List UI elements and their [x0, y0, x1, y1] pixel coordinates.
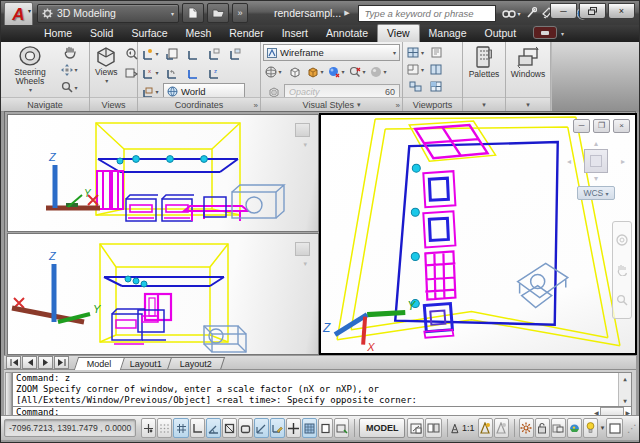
viewports-panel-label[interactable]: Viewports	[403, 97, 462, 111]
workspace-switcher[interactable]: 3D Modeling ▾	[37, 4, 179, 23]
viewport-active-right[interactable]: Y Z X ─ ❐ × ▴ ◂ ▸ ▾ WC	[319, 113, 637, 355]
search-button[interactable]: ▾	[502, 8, 521, 19]
quick-access-overflow-button[interactable]: »	[232, 3, 248, 23]
infocenter-search[interactable]	[358, 5, 496, 22]
annotation-scale-icon[interactable]	[451, 422, 459, 435]
full-navigation-button[interactable]: ▾	[59, 61, 80, 78]
annotation-scale-value[interactable]: 1:1	[462, 423, 475, 433]
zoom-button[interactable]: ▾	[59, 79, 80, 96]
tab-manage[interactable]: Manage	[420, 25, 476, 42]
windows-button[interactable]: Windows	[508, 44, 548, 96]
ucs-z-vector-button[interactable]: z	[203, 63, 224, 82]
navigate-panel-label[interactable]: Navigate	[1, 97, 89, 111]
vs-xray-button[interactable]: ▾	[347, 62, 368, 81]
search-input[interactable]	[363, 7, 491, 20]
grid-toggle[interactable]	[157, 418, 172, 438]
polar-toggle[interactable]	[206, 418, 221, 438]
command-vertical-scrollbar[interactable]: ▲ ▼	[618, 373, 631, 406]
viewcube-cube-icon[interactable]	[584, 149, 608, 173]
steering-wheels-button[interactable]: Steering Wheels▾	[3, 44, 57, 96]
osnap3d-toggle[interactable]	[238, 418, 253, 438]
viewport-top-left[interactable]: Z Y ▾	[7, 114, 319, 232]
prev-tab-button[interactable]	[22, 356, 37, 369]
quick-properties-toggle[interactable]	[334, 418, 349, 438]
visual-styles-panel-label[interactable]: Visual Styles▾»	[261, 97, 402, 111]
ribbon-minimize-button[interactable]	[533, 26, 557, 39]
navbar-pan-icon[interactable]	[616, 264, 628, 276]
ortho-toggle[interactable]	[190, 418, 205, 438]
ucs-object-button[interactable]	[203, 44, 224, 63]
viewport-new-button[interactable]	[426, 61, 447, 78]
vs-wireframe-button[interactable]: ▾	[263, 62, 284, 81]
vs-shadow-button[interactable]: ▾	[326, 62, 347, 81]
viewcube-down-arrow-icon[interactable]: ▾	[567, 174, 625, 183]
ucs-x-button[interactable]: x▾	[140, 63, 161, 82]
palettes-panel-label[interactable]: ▾	[463, 97, 505, 111]
coordinates-flyout-icon[interactable]: »	[254, 101, 258, 110]
coordinate-readout[interactable]: -7096.7213, 1391.7479 , 0.0000	[4, 419, 136, 437]
drawing-close-button[interactable]: ×	[613, 119, 630, 133]
views-panel-label[interactable]: Views	[90, 97, 137, 111]
ribbon-minimize-chevron-icon[interactable]: ▾	[561, 30, 564, 37]
last-tab-button[interactable]	[54, 356, 69, 369]
dynamic-ucs-toggle[interactable]	[270, 418, 285, 438]
clean-screen-button[interactable]	[606, 418, 623, 438]
lineweight-toggle[interactable]	[318, 418, 333, 438]
infocenter-flyout-icon[interactable]: ▶	[344, 9, 349, 17]
scroll-down-icon[interactable]: ▼	[623, 395, 627, 406]
viewcube-ghost-icon[interactable]	[295, 123, 310, 137]
viewport-named-button[interactable]	[426, 44, 447, 61]
tab-surface[interactable]: Surface	[122, 25, 176, 42]
ucs-z-button[interactable]	[182, 63, 203, 82]
navigation-bar[interactable]	[612, 221, 632, 319]
scroll-up-icon[interactable]: ▲	[623, 373, 627, 384]
tab-insert[interactable]: Insert	[273, 25, 317, 42]
first-tab-button[interactable]	[6, 356, 21, 369]
restore-button[interactable]	[579, 3, 606, 19]
osnap-toggle[interactable]	[222, 418, 237, 438]
tab-render[interactable]: Render	[220, 25, 272, 42]
workspace-switching-button[interactable]	[519, 418, 534, 438]
viewcube-left-arrow-icon[interactable]: ◂	[567, 157, 571, 166]
quick-view-drawings-button[interactable]	[425, 418, 442, 438]
annotation-visibility-button[interactable]	[478, 418, 493, 438]
viewport-single-button[interactable]: ▾	[405, 61, 426, 78]
visual-styles-flyout-icon[interactable]: »	[396, 101, 400, 110]
snap-toggle[interactable]	[141, 418, 156, 438]
tab-view[interactable]: View	[377, 24, 420, 42]
viewcube-right-arrow-icon[interactable]: ▸	[621, 157, 625, 166]
pan-button[interactable]	[59, 44, 80, 61]
drawing-restore-button[interactable]: ❐	[593, 119, 610, 133]
command-window-grip[interactable]	[5, 372, 12, 417]
status-menu-chevron-icon[interactable]: ▾	[601, 424, 605, 432]
viewport-config-button[interactable]: ▾	[405, 44, 426, 61]
toolbar-lock-button[interactable]	[535, 418, 550, 438]
wcs-dropdown[interactable]: WCS ▾	[577, 186, 614, 200]
tab-annotate[interactable]: Annotate	[317, 25, 377, 42]
tab-output[interactable]: Output	[476, 25, 526, 42]
windows-panel-label[interactable]: ▾	[506, 97, 550, 111]
navbar-zoom-icon[interactable]	[616, 294, 628, 306]
viewcube-ghost-icon[interactable]	[295, 242, 310, 256]
resize-grip[interactable]: ⋰	[627, 423, 636, 434]
tab-home[interactable]: Home	[35, 25, 81, 42]
ucs-world-small-button[interactable]	[182, 44, 203, 63]
tab-solid[interactable]: Solid	[81, 25, 122, 42]
app-menu-button[interactable]: A ▾	[4, 2, 33, 27]
viewport-bottom-left[interactable]: Z Y ▾	[7, 233, 319, 355]
quick-view-layouts-button[interactable]	[407, 418, 424, 438]
close-button[interactable]: ×	[608, 3, 635, 19]
crosshair-toggle[interactable]	[286, 418, 301, 438]
viewport-four-button[interactable]	[426, 79, 447, 96]
drawing-minimize-button[interactable]: ─	[573, 119, 590, 133]
annotation-autoscale-button[interactable]	[494, 418, 509, 438]
viewcube[interactable]: ▴ ◂ ▸ ▾ WCS ▾	[567, 139, 625, 200]
minimize-button[interactable]: ─	[550, 3, 577, 19]
ucs-face-button[interactable]	[224, 44, 245, 63]
otrack-toggle[interactable]	[254, 418, 269, 438]
ucs-named-button[interactable]	[161, 44, 182, 63]
viewport-join-button[interactable]	[405, 79, 426, 96]
views-button[interactable]: Views▾	[92, 44, 121, 96]
grid-display-toggle[interactable]	[173, 418, 188, 438]
tab-model[interactable]: Model	[74, 357, 125, 370]
